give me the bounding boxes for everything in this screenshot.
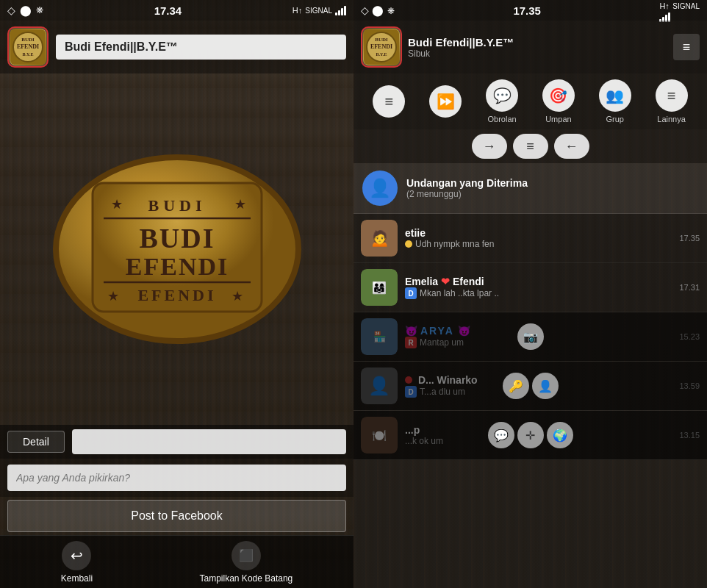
svg-text:BUDI: BUDI: [148, 196, 206, 215]
left-thought-area: [0, 459, 354, 497]
svg-text:BUDI: BUDI: [375, 37, 388, 43]
heart-icon: ❤: [441, 276, 450, 287]
group-icon: 👥: [606, 87, 624, 104]
ov-circle-key: 🔑: [503, 373, 529, 399]
svg-text:EFENDI: EFENDI: [137, 286, 216, 304]
svg-text:EFENDI: EFENDI: [125, 253, 228, 280]
nav-forward-circle: ⏩: [429, 85, 462, 118]
left-status-icons: ◇ ⬤ ❋: [7, 4, 43, 16]
chat-name-emelia: Emelia ❤ Efendi: [405, 276, 672, 287]
list-rows-icon: ≡: [526, 139, 534, 154]
ov-circle-chat: 💬: [488, 422, 514, 448]
barcode-button[interactable]: ⬛ Tampilkan Kode Batang: [200, 541, 293, 584]
chat-content-etiie: etiie Udh nympk mna fen: [405, 227, 672, 249]
invitation-text: Undangan yang Diterima (2 menunggu): [406, 177, 698, 199]
nav-lainnya-label: Lainnya: [657, 115, 686, 123]
right-avatar-logo: BUDI EFENDI B.Y.E: [363, 29, 400, 65]
back-label: Kembali: [61, 573, 93, 584]
right-header: BUDI EFENDI B.Y.E Budi Efendi||B.Y.E™ Si…: [354, 21, 707, 74]
right-status-bar: ◇ ⬤ ❋ 17.35 H↑ SIGNAL: [354, 0, 707, 21]
right-status-right-icons: H↑ SIGNAL: [659, 0, 700, 22]
nav-umpan-label: Umpan: [545, 115, 571, 123]
nav-obrolan-circle: 💬: [486, 79, 518, 112]
action-list-button[interactable]: ≡: [513, 134, 548, 159]
signal-label: SIGNAL: [305, 7, 332, 15]
nav-lainnya-item[interactable]: ≡ Lainnya: [656, 79, 688, 123]
post-facebook-button[interactable]: Post to Facebook: [7, 500, 346, 532]
nav-list-circle: ≡: [373, 85, 405, 118]
steering-icon: 🎯: [549, 87, 567, 104]
chat-item-winarko[interactable]: 👤 D... Winarko D T...a dlu um 13.59 🔑 👤: [354, 362, 707, 411]
overlay-circles-winarko: 🔑 👤: [354, 362, 707, 410]
svg-text:★: ★: [107, 289, 119, 304]
more-icon: ≡: [667, 87, 676, 104]
ov-circle-person: 👤: [532, 373, 559, 399]
right-header-info: Budi Efendi||B.Y.E™ Sibuk: [408, 36, 667, 59]
chat-preview-emelia: D Mkan lah ..kta lpar ..: [405, 287, 672, 299]
left-status-right-icons: H↑ SIGNAL: [293, 5, 346, 15]
nav-lainnya-circle: ≡: [656, 79, 688, 112]
chat-item-arya[interactable]: 🏪 😈 ARYA 😈 R Mantap um 15.23 📷: [354, 312, 707, 362]
invitation-subtitle: (2 menunggu): [406, 189, 698, 199]
right-signal-label: SIGNAL: [672, 2, 700, 10]
invitation-title: Undangan yang Diterima: [406, 177, 698, 189]
detail-input[interactable]: [72, 429, 346, 454]
nav-grup-circle: 👥: [599, 79, 631, 112]
nav-umpan-item[interactable]: 🎯 Umpan: [542, 79, 575, 123]
h-icon: H↑: [293, 6, 302, 15]
nav-umpan-circle: 🎯: [542, 79, 575, 112]
left-username: Budi Efendi||B.Y.E™: [56, 35, 346, 60]
nav-list-icon-item[interactable]: ≡: [373, 85, 405, 118]
svg-text:BUDI: BUDI: [139, 223, 215, 254]
chat-list: 🙍 etiie Udh nympk mna fen 17.35 👨‍👩‍👧 Em…: [354, 214, 707, 588]
forward-icon: ⏩: [437, 93, 455, 110]
action-forward-button[interactable]: →: [472, 134, 507, 159]
thought-input[interactable]: [7, 465, 346, 491]
budi-efendi-logo: ★ ★ BUDI BUDI EFENDI EFENDI ★ ★: [52, 154, 302, 345]
right-diamond-icon: ◇: [361, 4, 369, 16]
avatar-logo: BUDI EFENDI B.Y.E: [10, 29, 46, 65]
right-time: 17.35: [513, 4, 541, 17]
nav-obrolan-label: Obrolan: [487, 115, 516, 123]
chat-avatar-etiie: 🙍: [361, 220, 398, 257]
nav-obrolan-item[interactable]: 💬 Obrolan: [486, 79, 518, 123]
svg-text:★: ★: [232, 289, 243, 304]
invitation-bar[interactable]: 👤 Undangan yang Diterima (2 menunggu): [354, 163, 707, 214]
left-detail-bar: Detail: [0, 425, 354, 459]
qr-icon: ⬛: [232, 541, 261, 570]
chat-item-etiie[interactable]: 🙍 etiie Udh nympk mna fen 17.35: [354, 214, 707, 263]
chat-item-last[interactable]: 🍽️ ...p ...k ok um 13.15 💬 ✛ 🌍: [354, 411, 707, 460]
detail-button[interactable]: Detail: [7, 431, 65, 453]
nav-icons-row: ≡ ⏩ 💬 Obrolan 🎯 Umpan 👥 Grup: [354, 74, 707, 129]
right-username: Budi Efendi||B.Y.E™: [408, 36, 667, 49]
action-back-button[interactable]: ←: [554, 134, 589, 159]
person-plus-icon: 👤: [369, 178, 391, 198]
diamond-icon: ◇: [7, 4, 15, 16]
menu-icon-button[interactable]: ≡: [673, 34, 700, 60]
status-dot-etiie: [405, 240, 412, 248]
left-bottom-bar: ↩ Kembali ⬛ Tampilkan Kode Batang: [0, 535, 354, 588]
chat-time-etiie: 17.35: [679, 234, 700, 243]
barcode-label: Tampilkan Kode Batang: [200, 573, 293, 584]
svg-text:EFENDI: EFENDI: [370, 43, 392, 50]
back-button[interactable]: ↩ Kembali: [61, 541, 93, 584]
overlay-circles-arya: 📷: [354, 312, 707, 361]
invitation-icon: 👤: [362, 171, 398, 206]
svg-text:B.Y.E: B.Y.E: [376, 52, 387, 57]
signal-bars: [335, 5, 346, 15]
profile-image-area: ★ ★ BUDI BUDI EFENDI EFENDI ★ ★: [0, 74, 354, 425]
nav-forward-icon-item[interactable]: ⏩: [429, 85, 462, 118]
right-bb-icon: ⬤: [372, 4, 384, 16]
ov-circle-globe: 🌍: [547, 422, 573, 448]
nav-grup-label: Grup: [606, 115, 623, 123]
chat-time-emelia: 17.31: [679, 283, 700, 292]
list-icon: ≡: [385, 93, 394, 110]
nav-grup-item[interactable]: 👥 Grup: [599, 79, 631, 123]
chat-item-emelia[interactable]: 👨‍👩‍👧 Emelia ❤ Efendi D Mkan lah ..kta l…: [354, 263, 707, 312]
left-header: BUDI EFENDI B.Y.E Budi Efendi||B.Y.E™: [0, 21, 354, 74]
svg-text:EFENDI: EFENDI: [17, 43, 39, 50]
left-avatar: BUDI EFENDI B.Y.E: [7, 26, 49, 68]
left-status-bar: ◇ ⬤ ❋ 17.34 H↑ SIGNAL: [0, 0, 354, 21]
chat-preview-text-etiie: Udh nympk mna fen: [415, 239, 494, 249]
overlay-circles-last: 💬 ✛ 🌍: [354, 411, 707, 459]
